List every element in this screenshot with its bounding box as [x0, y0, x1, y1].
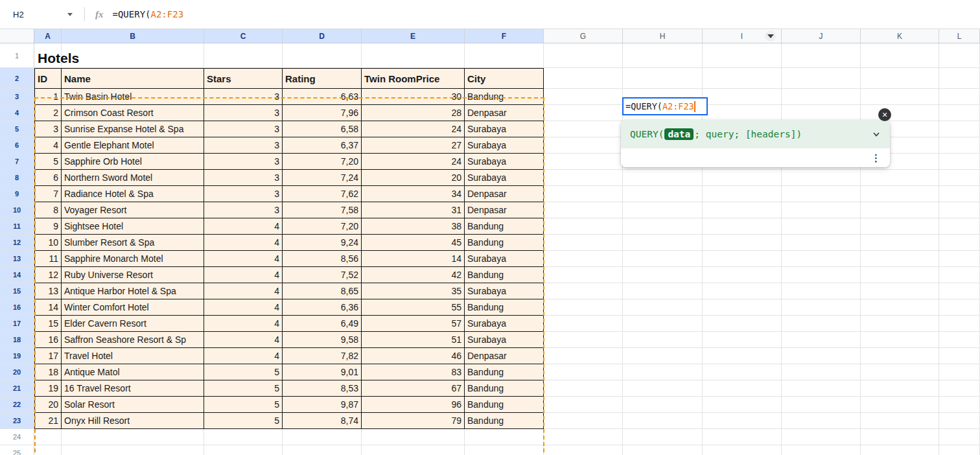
- cell[interactable]: [782, 68, 861, 89]
- cell[interactable]: [544, 186, 623, 202]
- cell[interactable]: [623, 348, 703, 364]
- cell[interactable]: 7,82: [283, 348, 362, 364]
- column-header-C[interactable]: C: [204, 29, 283, 43]
- cell[interactable]: Surabaya: [465, 137, 544, 154]
- cell[interactable]: [861, 251, 939, 267]
- cell[interactable]: [544, 154, 623, 170]
- cell[interactable]: [34, 445, 62, 455]
- cell[interactable]: [465, 43, 544, 68]
- cell[interactable]: Bandung: [465, 380, 544, 397]
- cell[interactable]: Denpasar: [465, 105, 544, 121]
- cell[interactable]: [204, 429, 283, 445]
- cell[interactable]: [623, 397, 703, 413]
- cell[interactable]: [782, 218, 861, 235]
- cell[interactable]: 4: [204, 316, 283, 332]
- cell[interactable]: [861, 413, 939, 429]
- row-header-19[interactable]: 19: [0, 348, 34, 364]
- cell[interactable]: [861, 299, 939, 316]
- cell[interactable]: [362, 43, 465, 68]
- cell[interactable]: [861, 105, 939, 121]
- cell[interactable]: Surabaya: [465, 283, 544, 299]
- cell[interactable]: [623, 267, 703, 283]
- cell[interactable]: 16: [34, 332, 62, 348]
- cell[interactable]: [782, 364, 861, 380]
- cell[interactable]: Saffron Seashore Resort & Sp: [62, 332, 204, 348]
- cell[interactable]: [861, 43, 939, 68]
- cell[interactable]: 12: [34, 267, 62, 283]
- cell[interactable]: 10: [34, 235, 62, 251]
- cell[interactable]: [703, 299, 782, 316]
- cell[interactable]: [939, 267, 980, 283]
- cell[interactable]: 4: [204, 332, 283, 348]
- cell[interactable]: [623, 170, 703, 186]
- cell[interactable]: Denpasar: [465, 348, 544, 364]
- cell[interactable]: 5: [34, 154, 62, 170]
- cell[interactable]: [544, 397, 623, 413]
- row-header-3[interactable]: 3: [0, 89, 34, 105]
- cell[interactable]: [623, 186, 703, 202]
- cell[interactable]: Northern Sword Motel: [62, 170, 204, 186]
- cell[interactable]: [782, 251, 861, 267]
- cell[interactable]: [939, 397, 980, 413]
- column-header-I[interactable]: I: [703, 29, 782, 43]
- cell[interactable]: [544, 429, 623, 445]
- cell[interactable]: [782, 283, 861, 299]
- cell[interactable]: [544, 332, 623, 348]
- cell[interactable]: 9,87: [283, 397, 362, 413]
- cell[interactable]: 6,36: [283, 299, 362, 316]
- cell[interactable]: 4: [34, 137, 62, 154]
- cell[interactable]: [782, 235, 861, 251]
- more-options-icon[interactable]: ⋮: [871, 153, 881, 163]
- cell[interactable]: 3: [34, 121, 62, 137]
- cell[interactable]: 7,52: [283, 267, 362, 283]
- cell[interactable]: [939, 332, 980, 348]
- cell[interactable]: Sapphire Monarch Motel: [62, 251, 204, 267]
- cell[interactable]: Antique Matol: [62, 364, 204, 380]
- cell[interactable]: Antique Harbor Hotel & Spa: [62, 283, 204, 299]
- cell[interactable]: Bandung: [465, 89, 544, 105]
- cell[interactable]: [544, 364, 623, 380]
- row-header-23[interactable]: 23: [0, 413, 34, 429]
- cell[interactable]: [703, 186, 782, 202]
- cell[interactable]: 7,24: [283, 170, 362, 186]
- cell[interactable]: [62, 429, 204, 445]
- cell[interactable]: [34, 429, 62, 445]
- cell[interactable]: [544, 267, 623, 283]
- cell[interactable]: [544, 105, 623, 121]
- cell[interactable]: Name: [62, 68, 204, 89]
- cell[interactable]: [939, 186, 980, 202]
- cell[interactable]: Denpasar: [465, 202, 544, 218]
- cell[interactable]: 4: [204, 299, 283, 316]
- cell[interactable]: 35: [362, 283, 465, 299]
- cell[interactable]: Surabaya: [465, 121, 544, 137]
- cell[interactable]: [623, 283, 703, 299]
- cell[interactable]: Gentle Elephant Motel: [62, 137, 204, 154]
- row-header-1[interactable]: 1: [0, 43, 34, 68]
- cell[interactable]: [782, 186, 861, 202]
- cell[interactable]: [283, 445, 362, 455]
- cell[interactable]: [939, 218, 980, 235]
- column-header-D[interactable]: D: [283, 29, 362, 43]
- cell[interactable]: [703, 316, 782, 332]
- cell[interactable]: 5: [204, 364, 283, 380]
- cell[interactable]: 21: [34, 413, 62, 429]
- cell[interactable]: [939, 251, 980, 267]
- cell[interactable]: [939, 380, 980, 397]
- cell[interactable]: [623, 251, 703, 267]
- cell[interactable]: [465, 429, 544, 445]
- row-header-8[interactable]: 8: [0, 170, 34, 186]
- cell[interactable]: [623, 218, 703, 235]
- cell[interactable]: 14: [362, 251, 465, 267]
- cell[interactable]: [782, 267, 861, 283]
- cell[interactable]: [544, 348, 623, 364]
- cell[interactable]: 5: [204, 413, 283, 429]
- cell[interactable]: [623, 202, 703, 218]
- cell[interactable]: [782, 380, 861, 397]
- row-header-17[interactable]: 17: [0, 316, 34, 332]
- cell[interactable]: [283, 429, 362, 445]
- cell[interactable]: Bandung: [465, 235, 544, 251]
- cell[interactable]: [782, 43, 861, 68]
- cell[interactable]: 55: [362, 299, 465, 316]
- row-header-4[interactable]: 4: [0, 105, 34, 121]
- cell[interactable]: [861, 89, 939, 105]
